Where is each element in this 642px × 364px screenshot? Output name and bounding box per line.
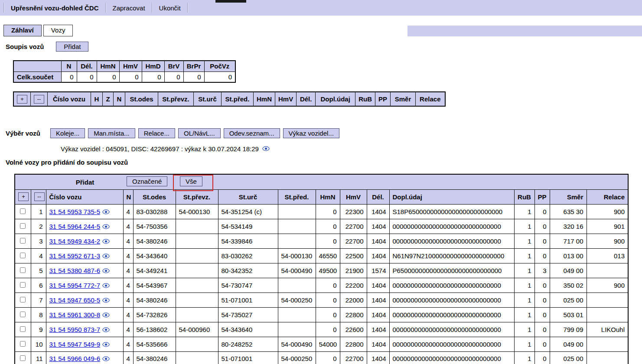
eye-icon[interactable] (102, 268, 110, 273)
eye-icon[interactable] (102, 283, 110, 288)
wagon-link[interactable]: 31 54 5953 735-5 (49, 208, 101, 215)
cell-smer: 503 01 (550, 307, 587, 322)
relace-button[interactable]: Relace... (138, 128, 175, 138)
cell-relace: 900 (587, 204, 628, 219)
vse-button[interactable]: Vše (180, 176, 202, 186)
deselect-all-checkbox-button[interactable]: -- (34, 192, 45, 201)
wagon-link[interactable]: 31 54 5952 671-3 (49, 252, 101, 260)
soupis-columns-table: +--Číslo vozuHZNSt.odesSt.převz.St.určSt… (13, 91, 446, 107)
row-checkbox[interactable] (20, 297, 26, 302)
eye-icon[interactable] (102, 209, 110, 214)
eye-icon[interactable] (102, 239, 110, 244)
row-checkbox[interactable] (20, 208, 26, 214)
select-all-checkbox-button[interactable]: + (18, 192, 29, 201)
pridat-button[interactable]: Přidat (56, 42, 88, 52)
odev-seznam-button[interactable]: Odev.seznam... (224, 128, 280, 138)
cell-n: 4 (123, 263, 133, 278)
eye-icon[interactable] (102, 254, 110, 259)
checkbox-cell (15, 292, 31, 307)
eye-icon[interactable] (102, 298, 110, 303)
man-mista-button[interactable]: Man.místa... (88, 128, 135, 138)
eye-icon[interactable] (102, 224, 110, 229)
koleje-button[interactable]: Koleje... (50, 128, 85, 138)
main-col-header-8: Dél. (367, 189, 389, 204)
eye-icon[interactable] (102, 327, 110, 332)
cell-st-prevz (176, 234, 218, 248)
cell-hmv: 22500 (340, 248, 367, 263)
eye-icon[interactable] (262, 146, 270, 151)
summary-table: NDél.HmNHmVHmDBrVBrPrPočVzCelk.součet000… (13, 60, 236, 83)
cell-rub: 1 (514, 234, 534, 248)
cell-st-urc: 54-351254 (c) (218, 204, 278, 219)
row-checkbox[interactable] (20, 355, 26, 361)
menu-item-ukoncit[interactable]: Ukončit (153, 3, 187, 13)
wagon-link[interactable]: 31 54 5947 549-9 (49, 341, 101, 348)
cell-hmv: 22700 (340, 234, 367, 248)
wagon-link[interactable]: 31 54 5380 487-6 (49, 267, 101, 274)
ol-navl-button[interactable]: OL/NávL... (178, 128, 221, 138)
vykaz-vozidel-button[interactable]: Výkaz vozidel... (283, 128, 339, 138)
row-checkbox[interactable] (20, 341, 26, 347)
cell-del: 1404 (367, 307, 389, 322)
tools-minus-cell: -- (31, 92, 48, 106)
wagon-link[interactable]: 31 54 5961 300-8 (49, 311, 101, 318)
cell-rub: 1 (514, 322, 534, 337)
add-rows-button[interactable]: + (17, 95, 27, 104)
cell-hmv: 22700 (340, 219, 367, 234)
wagon-number-cell: 31 54 5954 772-7 (46, 278, 123, 292)
checkbox-cell (15, 204, 31, 219)
row-checkbox[interactable] (20, 267, 26, 273)
cell-dopl: S18P65000000000000000000000000 (389, 204, 514, 219)
row-checkbox[interactable] (20, 238, 26, 244)
row-checkbox[interactable] (20, 223, 26, 229)
cell-st-odes: 54-343640 (133, 248, 176, 263)
cell-rub: 1 (514, 292, 534, 307)
wagon-link[interactable]: 31 54 5949 434-2 (49, 237, 101, 245)
cell-hmv: 22000 (340, 292, 367, 307)
remove-rows-button[interactable]: -- (34, 95, 44, 104)
row-checkbox[interactable] (20, 326, 26, 332)
eye-icon[interactable] (102, 342, 110, 347)
eye-icon[interactable] (102, 356, 110, 361)
wagon-link[interactable]: 31 54 5954 772-7 (49, 282, 101, 289)
wagon-number-cell: 31 54 5950 873-7 (46, 322, 123, 337)
cell-n: 4 (123, 204, 133, 219)
tab-vozy[interactable]: Vozy (43, 25, 73, 36)
cell-st-pred (278, 234, 316, 248)
cell-st-odes: 54-380246 (133, 292, 176, 307)
cell-st-prevz (176, 307, 218, 322)
row-checkbox[interactable] (20, 312, 26, 317)
cell-st-pred: 54-000490 (278, 263, 316, 278)
row-checkbox[interactable] (20, 253, 26, 258)
tab-zahlavi[interactable]: Záhlaví (3, 25, 42, 36)
wagon-link[interactable]: 31 54 5964 244-5 (49, 223, 101, 230)
main-table-header-row: +--Číslo vozuNSt.odesSt.převz.St.určSt.p… (15, 189, 628, 204)
cell-st-pred (278, 219, 316, 234)
cell-st-pred (278, 278, 316, 292)
row-number-cell: 9 (31, 322, 46, 337)
row-checkbox[interactable] (20, 282, 26, 288)
wagon-link[interactable]: 31 54 5950 873-7 (49, 326, 101, 333)
tools-col-header-1: H (91, 92, 103, 106)
wagon-link[interactable]: 31 54 5966 049-6 (49, 355, 101, 362)
cell-n: 4 (123, 351, 133, 364)
cell-relace (587, 337, 628, 351)
tools-col-header-12: RuB (355, 92, 375, 106)
oznacene-button[interactable]: Označené (127, 176, 167, 186)
cell-st-urc: 54-343640 (218, 322, 278, 337)
summary-value-5: 0 (164, 72, 183, 82)
tools-col-header-3: N (114, 92, 125, 106)
eye-icon[interactable] (102, 312, 110, 318)
summary-col-header-1: Dél. (77, 61, 97, 72)
cell-smer: 350 02 (550, 278, 587, 292)
cell-st-pred: 54-000490 (278, 337, 316, 351)
cell-rub: 1 (514, 248, 534, 263)
menu-item-zapracovat[interactable]: Zapracovat (106, 3, 152, 13)
cell-relace (587, 351, 628, 364)
cell-pp: 0 (534, 307, 550, 322)
cell-rub: 1 (514, 204, 534, 219)
wagon-link[interactable]: 31 54 5947 650-5 (49, 296, 101, 304)
menu-item-upresneni-vozu[interactable]: Upřesnění vozu-dohled ČDC (4, 3, 105, 13)
summary-value-0: 0 (61, 72, 77, 82)
cell-smer: 635 30 (550, 204, 587, 219)
